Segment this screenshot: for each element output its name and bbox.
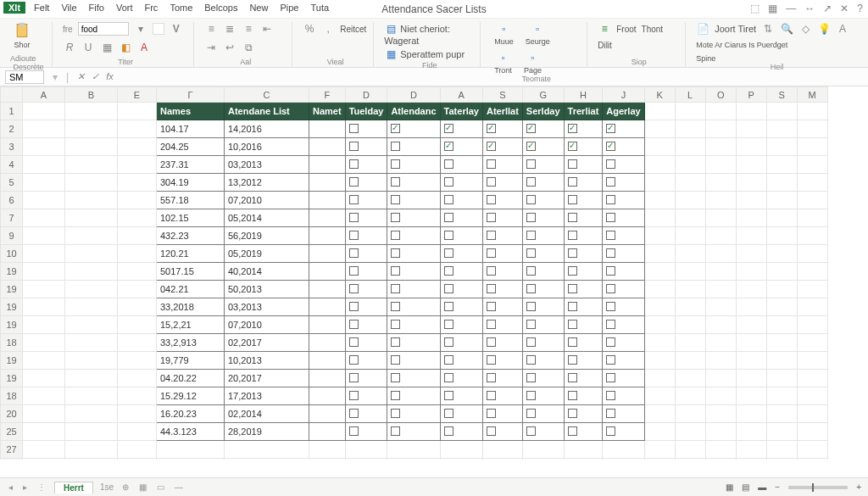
checkbox-cell[interactable] (568, 302, 577, 311)
cell[interactable] (345, 334, 387, 352)
cell[interactable] (387, 209, 440, 227)
cell[interactable] (482, 370, 522, 387)
cell[interactable] (766, 423, 797, 441)
cell[interactable] (675, 405, 705, 423)
cell[interactable] (675, 192, 705, 209)
cell[interactable] (440, 209, 482, 227)
cell[interactable] (387, 138, 440, 156)
checkbox-cell[interactable] (487, 213, 496, 222)
cell[interactable] (65, 281, 118, 298)
checkbox-cell[interactable] (606, 320, 615, 329)
cell[interactable] (440, 156, 482, 174)
cell[interactable] (564, 298, 603, 316)
cell[interactable] (440, 316, 482, 334)
checkbox-cell[interactable] (568, 159, 577, 169)
checkbox-cell[interactable] (526, 320, 536, 329)
column-header[interactable]: P (736, 87, 766, 103)
cell[interactable] (603, 209, 644, 227)
cell[interactable] (705, 370, 736, 387)
cell[interactable] (766, 263, 797, 281)
cell[interactable] (522, 227, 564, 245)
cell[interactable] (345, 174, 387, 192)
cell[interactable] (736, 281, 766, 298)
checkbox-cell[interactable] (349, 337, 359, 347)
cell[interactable] (797, 334, 827, 352)
sheet-tab-active[interactable]: Herrt (54, 482, 93, 493)
cell[interactable]: Namet (309, 103, 346, 120)
checkbox-cell[interactable] (391, 302, 400, 311)
cell[interactable] (766, 352, 797, 370)
checkbox-cell[interactable] (391, 409, 400, 418)
cell[interactable] (387, 227, 440, 245)
cell[interactable]: 16.20.23 (157, 405, 225, 423)
cell[interactable] (440, 423, 482, 441)
cell[interactable] (564, 423, 603, 441)
checkbox-cell[interactable] (568, 355, 577, 365)
cell[interactable] (440, 370, 482, 387)
cell[interactable] (705, 423, 736, 441)
checkbox-cell[interactable] (349, 373, 359, 382)
cell[interactable] (797, 281, 827, 298)
cell[interactable] (522, 245, 564, 263)
cell[interactable]: 10,2013 (225, 352, 309, 370)
column-header[interactable]: B (65, 87, 118, 103)
cell[interactable] (564, 174, 603, 192)
cell[interactable] (522, 138, 564, 156)
checkbox-cell[interactable] (526, 195, 536, 204)
cell[interactable] (522, 209, 564, 227)
cell[interactable] (675, 245, 705, 263)
column-header[interactable]: A (440, 87, 482, 103)
cell[interactable] (603, 174, 644, 192)
checkbox-cell[interactable] (444, 355, 453, 365)
cell[interactable] (482, 423, 522, 441)
checkbox-cell[interactable] (444, 320, 453, 329)
cell[interactable] (309, 370, 346, 387)
cell[interactable] (387, 316, 440, 334)
percent-icon[interactable]: % (303, 22, 316, 36)
window-control-icon[interactable]: ↔ (804, 3, 815, 14)
checkbox-cell[interactable] (391, 177, 400, 187)
cell[interactable] (118, 298, 157, 316)
idea-icon[interactable]: 💡 (817, 22, 831, 36)
cell[interactable] (675, 120, 705, 138)
cell[interactable] (522, 174, 564, 192)
number-format-label[interactable]: Reitcet (340, 25, 366, 34)
cell[interactable] (225, 441, 309, 459)
row-header[interactable]: 19 (1, 281, 23, 298)
cell[interactable] (603, 334, 644, 352)
cell[interactable] (345, 281, 387, 298)
font-name-input[interactable] (78, 22, 129, 36)
cell[interactable] (705, 316, 736, 334)
align-right-icon[interactable]: ≡ (242, 22, 255, 36)
checkbox-cell[interactable] (606, 142, 615, 151)
cell[interactable] (797, 298, 827, 316)
cell[interactable] (345, 120, 387, 138)
checkbox-cell[interactable] (444, 391, 453, 400)
cell[interactable] (644, 263, 675, 281)
checkbox-cell[interactable] (568, 284, 577, 293)
cell[interactable] (482, 387, 522, 405)
cell[interactable] (309, 263, 346, 281)
cell[interactable] (345, 387, 387, 405)
checkbox-cell[interactable] (444, 195, 453, 204)
checkbox-cell[interactable] (526, 426, 536, 436)
cell[interactable] (705, 405, 736, 423)
cell[interactable] (118, 138, 157, 156)
row-header[interactable]: 2 (1, 120, 23, 138)
checkbox-cell[interactable] (349, 320, 359, 329)
checkbox-cell[interactable] (526, 284, 536, 293)
checkbox-cell[interactable] (349, 426, 359, 436)
checkbox-cell[interactable] (444, 231, 453, 240)
checkbox-cell[interactable] (606, 195, 615, 204)
cell[interactable] (797, 263, 827, 281)
share-icon[interactable]: A (836, 22, 849, 36)
cell[interactable] (797, 209, 827, 227)
checkbox-cell[interactable] (349, 213, 359, 222)
cell[interactable]: 557.18 (157, 192, 225, 209)
cell[interactable] (705, 245, 736, 263)
cell[interactable] (65, 459, 118, 460)
cell[interactable] (345, 156, 387, 174)
cell[interactable] (23, 316, 65, 334)
cell[interactable] (797, 387, 827, 405)
checkbox-cell[interactable] (444, 373, 453, 382)
